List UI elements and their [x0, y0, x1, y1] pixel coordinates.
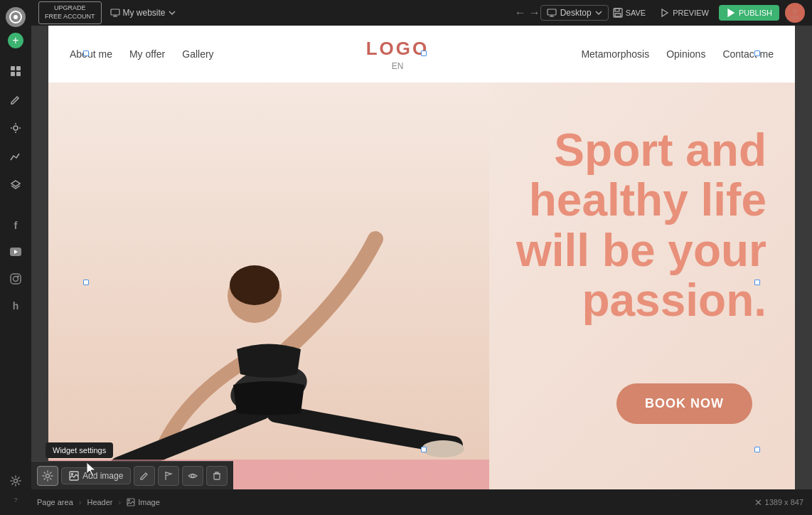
canvas-area: About me My offer Gallery LOGO EN Metamo… — [31, 26, 812, 515]
svg-marker-11 — [11, 181, 20, 186]
svg-rect-26 — [615, 14, 621, 16]
topbar-actions: SAVE PREVIEW PUBLISH — [609, 3, 805, 23]
canvas-dimensions: 1389 x 847 — [765, 498, 803, 506]
nav-gallery[interactable]: Gallery — [182, 48, 213, 60]
nav-opinions[interactable]: Opinions — [666, 48, 705, 60]
book-now-button[interactable]: BOOK NOW — [616, 383, 752, 424]
youtube-social-link[interactable] — [3, 239, 28, 265]
preview-label: PREVIEW — [673, 9, 709, 17]
nav-contact-me[interactable]: Contact me — [722, 48, 774, 60]
houzz-icon: h — [13, 300, 19, 312]
site-logo[interactable]: LOGO — [366, 38, 429, 60]
flag-icon — [164, 471, 173, 481]
undo-redo-group: ← → — [515, 6, 540, 19]
svg-point-16 — [18, 276, 18, 277]
cursor-arrow — [85, 461, 100, 475]
nav-right-links: Metamorphosis Opinions Contact me — [581, 48, 774, 60]
instagram-social-link[interactable] — [3, 266, 28, 292]
svg-marker-27 — [662, 9, 668, 16]
settings-gear-icon — [42, 470, 53, 482]
svg-marker-46 — [87, 462, 95, 477]
edit-icon[interactable] — [3, 87, 28, 112]
layers-icon[interactable] — [3, 172, 28, 198]
analytics-icon[interactable] — [3, 144, 28, 169]
language-selector[interactable]: EN — [392, 61, 404, 71]
svg-rect-21 — [547, 9, 556, 15]
hero-text-block: Sport and healthy life will be your pass… — [468, 125, 766, 326]
save-button[interactable]: SAVE — [609, 5, 651, 21]
svg-rect-2 — [11, 66, 15, 70]
facebook-social-link[interactable]: f — [3, 212, 28, 238]
preview-button[interactable]: PREVIEW — [656, 5, 713, 21]
upgrade-button[interactable]: UPGRADE FREE ACCOUNT — [38, 1, 102, 23]
widget-settings-button[interactable] — [37, 466, 58, 486]
widget-toolbar: Add image — [31, 461, 233, 489]
hero-headline: Sport and healthy life will be your pass… — [468, 125, 766, 326]
user-avatar-icon — [789, 6, 801, 19]
svg-rect-3 — [16, 66, 21, 70]
nav-my-offer[interactable]: My offer — [129, 48, 165, 60]
nav-about-me[interactable]: About me — [70, 48, 112, 60]
add-element-button[interactable]: + — [8, 33, 23, 48]
svg-point-6 — [14, 126, 18, 130]
widget-settings-tooltip: Widget settings — [46, 442, 113, 458]
pencil-icon — [139, 471, 149, 481]
svg-point-17 — [14, 479, 18, 483]
undo-button[interactable]: ← — [515, 6, 526, 19]
chevron-down-icon — [595, 11, 602, 15]
visibility-tool-button[interactable] — [182, 466, 203, 486]
website-name-selector[interactable]: My website — [110, 8, 176, 18]
nav-metamorphosis[interactable]: Metamorphosis — [581, 48, 649, 60]
svg-point-29 — [793, 9, 798, 14]
preview-icon — [660, 8, 670, 18]
svg-point-38 — [46, 474, 50, 477]
save-label: SAVE — [626, 9, 646, 17]
website-preview: About me My offer Gallery LOGO EN Metamo… — [48, 26, 795, 509]
svg-rect-5 — [16, 72, 21, 76]
image-breadcrumb-icon — [127, 498, 135, 506]
nav-left-links: About me My offer Gallery — [70, 48, 214, 60]
website-name-label: My website — [123, 8, 166, 18]
tools-icon[interactable] — [3, 115, 28, 141]
hero-section: Sport and healthy life will be your pass… — [48, 83, 795, 509]
breadcrumb-header[interactable]: Header — [81, 498, 118, 506]
svg-rect-14 — [11, 274, 21, 284]
topbar: UPGRADE FREE ACCOUNT My website ← → Desk… — [31, 0, 812, 26]
flag-tool-button[interactable] — [158, 466, 179, 486]
breadcrumb-image-label: Image — [138, 498, 160, 506]
svg-marker-28 — [728, 9, 734, 16]
publish-label: PUBLISH — [739, 9, 772, 17]
svg-point-37 — [422, 440, 464, 457]
app-logo[interactable] — [6, 7, 26, 27]
breadcrumb-image[interactable]: Image — [121, 498, 166, 506]
navigation-bar: About me My offer Gallery LOGO EN Metamo… — [48, 26, 795, 83]
svg-point-42 — [191, 474, 194, 477]
redo-button[interactable]: → — [529, 6, 540, 19]
athlete-image — [48, 83, 489, 509]
houzz-social-link[interactable]: h — [3, 293, 28, 319]
nav-center: LOGO EN — [366, 38, 429, 71]
save-icon — [613, 8, 623, 18]
svg-point-1 — [14, 15, 18, 19]
user-avatar[interactable] — [785, 3, 805, 23]
bottom-bar: Page area › Header › Image ✕ 1389 x 847 — [31, 489, 812, 515]
trash-icon — [212, 471, 222, 481]
svg-point-45 — [129, 500, 130, 501]
chevron-down-icon — [169, 11, 176, 15]
settings-icon[interactable] — [3, 468, 28, 494]
pages-icon[interactable] — [3, 58, 28, 84]
publish-button[interactable]: PUBLISH — [719, 5, 779, 21]
breadcrumb-page-area[interactable]: Page area — [31, 498, 79, 506]
svg-rect-43 — [214, 474, 220, 479]
image-icon — [69, 471, 79, 481]
svg-rect-18 — [111, 9, 119, 15]
svg-point-15 — [14, 277, 18, 282]
monitor-icon — [110, 9, 120, 17]
device-selector[interactable]: Desktop — [540, 5, 609, 21]
edit-tool-button[interactable] — [134, 466, 155, 486]
delete-tool-button[interactable] — [206, 466, 228, 486]
facebook-icon: f — [14, 219, 18, 231]
publish-icon — [726, 8, 736, 18]
help-label: ? — [14, 497, 17, 504]
close-dimensions-icon[interactable]: ✕ — [754, 497, 762, 508]
